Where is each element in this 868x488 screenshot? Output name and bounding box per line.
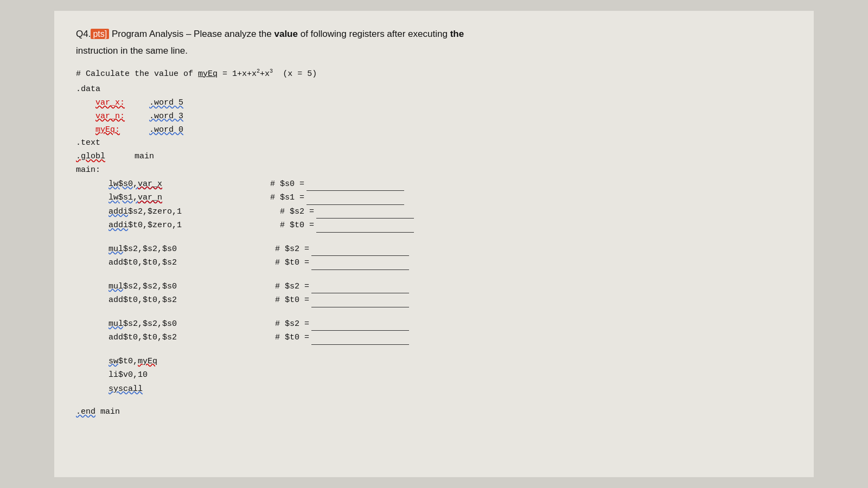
myeq-line: myEq: .word 0 [76, 124, 792, 137]
op-addi1: addi [108, 207, 128, 216]
q-bold1: value [274, 29, 297, 39]
end-label: .end main [76, 406, 792, 419]
instr-mul-1: mul $s2,$s2,$s0 # $s2 = [76, 242, 792, 256]
comment-text: # Calculate the value of myEq = 1+x+x2+x… [76, 67, 317, 81]
data-section: .data var_x: .word 5 var_n: .word 3 myEq… [76, 83, 792, 137]
instr-mul-3: mul $s2,$s2,$s0 # $s2 = [76, 317, 792, 331]
q-number: Q4. [76, 29, 91, 39]
var-n-directive: .word 3 [149, 112, 183, 121]
pts-highlight: pts] [91, 29, 109, 39]
globl-directive: .globl [76, 152, 105, 161]
op-lw2: lw [108, 193, 118, 202]
instr-addi-t0: addi $t0,$zero,1 # $t0 = [76, 219, 792, 233]
answer-t0-1[interactable] [316, 232, 414, 233]
args-add2: $t0,$t0,$s2 [123, 296, 177, 305]
instr-add-2: add $t0,$t0,$s2 # $t0 = [76, 293, 792, 307]
tail-group: sw $t0,myEq li $v0,10 syscall [76, 355, 792, 396]
instr-add-1: add $t0,$t0,$s2 # $t0 = [76, 256, 792, 270]
group-1: lw $s0,var_x # $s0 = lw $s1,var_n # $s1 … [76, 177, 792, 233]
group-3: mul $s2,$s2,$s0 # $s2 = add $t0,$t0,$s2 … [76, 280, 792, 307]
args-mul3: $s2,$s2,$s0 [123, 319, 177, 329]
comment-add1: # $t0 = [275, 256, 409, 270]
data-label: .data [76, 83, 792, 97]
op-lw1: lw [108, 179, 118, 189]
comment-addi1: # $s2 = [280, 205, 414, 219]
args-add1: $t0,$t0,$s2 [123, 258, 177, 267]
op-add3: add [108, 333, 123, 342]
args-add3: $t0,$t0,$s2 [123, 333, 177, 342]
op-mul1: mul [108, 245, 123, 254]
q-bold2: the [450, 29, 464, 39]
comment-line: # Calculate the value of myEq = 1+x+x2+x… [76, 67, 792, 81]
op-add2: add [108, 296, 123, 305]
comment-mul2: # $s2 = [275, 280, 409, 294]
op-li: li [108, 370, 118, 380]
args-addi1: $s2,$zero,1 [128, 207, 182, 216]
instr-mul-2: mul $s2,$s2,$s0 # $s2 = [76, 280, 792, 294]
question-header: Q4.pts] Program Analysis – Please analyz… [76, 27, 792, 41]
page: Q4.pts] Program Analysis – Please analyz… [54, 11, 814, 477]
op-mul3: mul [108, 319, 123, 329]
var-x-directive: .word 5 [149, 98, 183, 107]
answer-t0-3[interactable] [311, 307, 409, 307]
comment-lw1: # $s0 = [270, 177, 404, 191]
instr-lw-s0: lw $s0,var_x # $s0 = [76, 177, 792, 191]
args-mul2: $s2,$s2,$s0 [123, 282, 177, 291]
text-section: .text .globl main main: [76, 137, 792, 177]
instr-syscall: syscall [76, 382, 792, 396]
comment-lw2: # $s1 = [270, 191, 404, 205]
group-2: mul $s2,$s2,$s0 # $s2 = add $t0,$t0,$s2 … [76, 242, 792, 270]
op-add1: add [108, 258, 123, 267]
answer-t0-4[interactable] [311, 344, 409, 345]
args-sw: $t0,myEq [118, 357, 157, 366]
op-syscall: syscall [108, 384, 143, 394]
myeq-label: myEq [198, 69, 218, 79]
args-lw2: $s1,var_n [118, 193, 162, 202]
op-sw: sw [108, 357, 118, 366]
comment-add3: # $t0 = [275, 331, 409, 345]
end-directive: .end [76, 407, 95, 416]
myeq-name: myEq: [95, 125, 120, 134]
answer-t0-2[interactable] [311, 269, 409, 270]
args-addi2: $t0,$zero,1 [128, 221, 182, 230]
var-x-line: var_x: .word 5 [76, 97, 792, 110]
instr-lw-s1: lw $s1,var_n # $s1 = [76, 191, 792, 205]
op-addi2: addi [108, 221, 128, 230]
globl-main: main [135, 152, 154, 161]
instr-sw: sw $t0,myEq [76, 355, 792, 369]
var-n-line: var_n: .word 3 [76, 110, 792, 124]
code-block: # Calculate the value of myEq = 1+x+x2+x… [76, 67, 792, 419]
globl-line: .globl main [76, 150, 792, 164]
args-mul1: $s2,$s2,$s0 [123, 245, 177, 254]
comment-mul3: # $s2 = [275, 317, 409, 331]
instruction-line: instruction in the same line. [76, 46, 792, 56]
args-lw1: $s0,var_x [118, 179, 162, 189]
var-x-name: var_x: [95, 98, 125, 107]
args-li: $v0,10 [118, 370, 148, 380]
instr-li: li $v0,10 [76, 368, 792, 382]
var-n-name: var_n: [95, 112, 125, 121]
group-4: mul $s2,$s2,$s0 # $s2 = add $t0,$t0,$s2 … [76, 317, 792, 345]
q-title1: Program Analysis – Please analyze the [109, 29, 274, 39]
comment-mul1: # $s2 = [275, 242, 409, 256]
comment-addi2: # $t0 = [280, 219, 414, 233]
q-title2: of following registers after executing [298, 29, 450, 39]
comment-add2: # $t0 = [275, 293, 409, 307]
op-mul2: mul [108, 282, 123, 291]
main-label: main: [76, 164, 792, 177]
instr-addi-s2: addi $s2,$zero,1 # $s2 = [76, 205, 792, 219]
text-label: .text [76, 137, 792, 150]
instr-add-3: add $t0,$t0,$s2 # $t0 = [76, 331, 792, 345]
myeq-directive: .word 0 [149, 125, 183, 134]
